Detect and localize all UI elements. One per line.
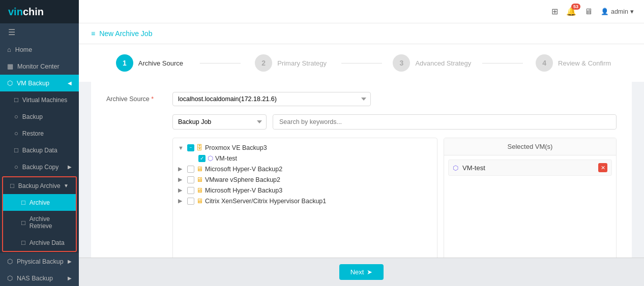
tree-node-hyperv3[interactable]: ▶ 🖥 Microsoft Hyper-V Backup3 — [176, 185, 434, 196]
user-chevron-icon: ▾ — [630, 8, 634, 15]
sidebar-toggle[interactable]: ☰ — [0, 23, 79, 41]
expand-proxmox-icon[interactable]: ▼ — [178, 145, 185, 151]
job-type-select[interactable]: Backup Job — [172, 114, 267, 130]
vmware2-server-icon: 🖥 — [196, 176, 203, 183]
tree-node-hyperv2[interactable]: ▶ 🖥 Microsoft Hyper-V Backup2 — [176, 164, 434, 174]
backup-icon: ○ — [14, 113, 18, 120]
archive-data-icon: □ — [21, 239, 25, 246]
sidebar-item-physical-backup[interactable]: ⬡ Physical Backup ▶ — [0, 253, 79, 270]
vmware2-label: VMware vSphere Backup2 — [205, 176, 280, 183]
archive-source-label: Archive Source * — [106, 96, 167, 103]
sidebar-item-label: Backup Data — [22, 147, 57, 154]
hyperv2-server-icon: 🖥 — [196, 165, 203, 173]
sidebar-item-label: Virtual Machines — [22, 97, 68, 104]
expand-hyperv2-icon[interactable]: ▶ — [178, 166, 185, 172]
proxmox-server-icon: 🗄 — [196, 144, 203, 151]
proxmox-checkbox[interactable]: − — [187, 144, 194, 151]
notification-badge: 53 — [571, 4, 580, 10]
step-line-2 — [341, 63, 382, 63]
selected-header: Selected VM(s) — [444, 138, 616, 155]
vmware2-checkbox[interactable] — [187, 176, 194, 183]
citrix-checkbox[interactable] — [187, 198, 194, 205]
tree-body: ▼ − 🗄 Proxmox VE Backup3 ▶ ✓ ⬡ V — [173, 138, 437, 258]
step-line-3 — [482, 63, 523, 63]
sidebar-item-restore[interactable]: ○ Restore — [0, 125, 79, 142]
archive-header-icon: ≡ — [91, 29, 95, 38]
notification-icon[interactable]: 🔔 53 — [566, 7, 576, 16]
vm-backup-submenu: □ Virtual Machines ○ Backup ○ Restore □ … — [0, 91, 79, 253]
step-circle-2: 2 — [255, 54, 272, 72]
backup-archive-icon: □ — [10, 182, 14, 189]
sidebar-item-monitor-center[interactable]: ▦ Monitor Center — [0, 58, 79, 75]
step-label-1: Archive Source — [138, 59, 183, 67]
sidebar-item-label: NAS Backup — [17, 275, 53, 282]
sidebar-item-label: Physical Backup — [17, 258, 64, 265]
step-1: 1 Archive Source — [99, 54, 200, 72]
tree-node-vmware2[interactable]: ▶ 🖥 VMware vSphere Backup2 — [176, 174, 434, 185]
sidebar-item-backup-copy[interactable]: ○ Backup Copy ▶ — [0, 158, 79, 175]
search-container — [273, 114, 617, 130]
vm-test-checkbox[interactable]: ✓ — [198, 155, 206, 162]
step-4: 4 Review & Confirm — [523, 54, 624, 72]
selected-body: ⬡ VM-test ✕ — [444, 155, 616, 258]
sidebar-item-label: Archive Data — [30, 239, 65, 246]
user-icon: 👤 — [601, 8, 609, 15]
expand-hyperv3-icon[interactable]: ▶ — [178, 187, 185, 194]
hyperv2-checkbox[interactable] — [187, 166, 194, 173]
page-header: ≡ New Archive Job — [79, 23, 644, 44]
sidebar-item-home[interactable]: ⌂ Home — [0, 41, 79, 58]
step-circle-4: 4 — [536, 54, 553, 72]
sidebar-item-label: Backup — [22, 113, 43, 120]
archive-submenu: □ Archive □ Archive Retrieve □ Archive D… — [3, 194, 76, 251]
step-label-4: Review & Confirm — [558, 59, 611, 67]
sidebar-item-archive[interactable]: □ Archive — [3, 194, 76, 211]
job-type-search: Backup Job — [172, 114, 617, 130]
next-arrow-icon: ➤ — [367, 268, 372, 276]
tree-node-citrix[interactable]: ▶ 🖥 Citrix XenServer/Citrix Hypervisor B… — [176, 196, 434, 206]
step-2: 2 Primary Strategy — [241, 54, 341, 72]
step-label-3: Advanced Strategy — [415, 59, 471, 67]
logo-text: vinchin — [8, 6, 44, 18]
home-icon: ⌂ — [7, 46, 11, 53]
selected-vm-icon: ⬡ — [453, 164, 458, 172]
backup-copy-icon: ○ — [14, 163, 18, 171]
sidebar-item-nas-backup[interactable]: ⬡ NAS Backup ▶ — [0, 270, 79, 286]
form-container: Archive Source * localhost.localdomain(1… — [91, 82, 632, 258]
archive-source-select[interactable]: localhost.localdomain(172.18.21.6) — [172, 92, 371, 106]
sidebar-item-backup-data[interactable]: □ Backup Data — [0, 142, 79, 158]
sidebar-item-archive-retrieve[interactable]: □ Archive Retrieve — [3, 211, 76, 234]
hyperv3-checkbox[interactable] — [187, 187, 194, 194]
sidebar-item-label: VM Backup — [17, 80, 49, 87]
selected-vm-test: ⬡ VM-test ✕ — [448, 160, 612, 176]
archive-icon: □ — [21, 199, 25, 206]
sidebar-item-backup-archive[interactable]: □ Backup Archive ▼ — [3, 177, 76, 194]
sidebar-item-label: Monitor Center — [17, 63, 60, 70]
expand-citrix-icon[interactable]: ▶ — [178, 198, 185, 204]
page-title: New Archive Job — [99, 29, 152, 38]
tree-selected-area: ▼ − 🗄 Proxmox VE Backup3 ▶ ✓ ⬡ V — [172, 138, 617, 258]
footer-bar: Next ➤ — [79, 258, 644, 286]
grid-icon[interactable]: ⊞ — [551, 7, 558, 16]
remove-vm-test-button[interactable]: ✕ — [598, 163, 607, 172]
tree-panel: ▼ − 🗄 Proxmox VE Backup3 ▶ ✓ ⬡ V — [172, 138, 437, 258]
step-label-2: Primary Strategy — [277, 59, 327, 67]
tree-node-proxmox: ▼ − 🗄 Proxmox VE Backup3 ▶ ✓ ⬡ V — [176, 142, 434, 164]
step-circle-3: 3 — [393, 54, 410, 72]
user-menu[interactable]: 👤 admin ▾ — [601, 8, 634, 15]
sidebar-item-backup[interactable]: ○ Backup — [0, 108, 79, 125]
physical-backup-icon: ⬡ — [7, 258, 13, 265]
vm-icon: □ — [14, 96, 18, 104]
chevron-icon: ◀ — [68, 80, 72, 86]
sidebar-logo: vinchin — [0, 0, 79, 23]
tree-node-proxmox-row[interactable]: ▼ − 🗄 Proxmox VE Backup3 — [176, 142, 434, 153]
sidebar-item-virtual-machines[interactable]: □ Virtual Machines — [0, 91, 79, 108]
sidebar-item-vm-backup[interactable]: ⬡ VM Backup ◀ — [0, 75, 79, 91]
sidebar-item-archive-data[interactable]: □ Archive Data — [3, 234, 76, 251]
next-button[interactable]: Next ➤ — [339, 264, 384, 280]
content-area: ≡ New Archive Job 1 Archive Source 2 Pri… — [79, 23, 644, 258]
tree-node-vm-test[interactable]: ▶ ✓ ⬡ VM-test — [187, 153, 434, 164]
citrix-server-icon: 🖥 — [196, 197, 203, 205]
monitor-icon[interactable]: 🖥 — [584, 7, 593, 16]
search-input[interactable] — [273, 115, 616, 129]
expand-vmware2-icon[interactable]: ▶ — [178, 176, 185, 183]
